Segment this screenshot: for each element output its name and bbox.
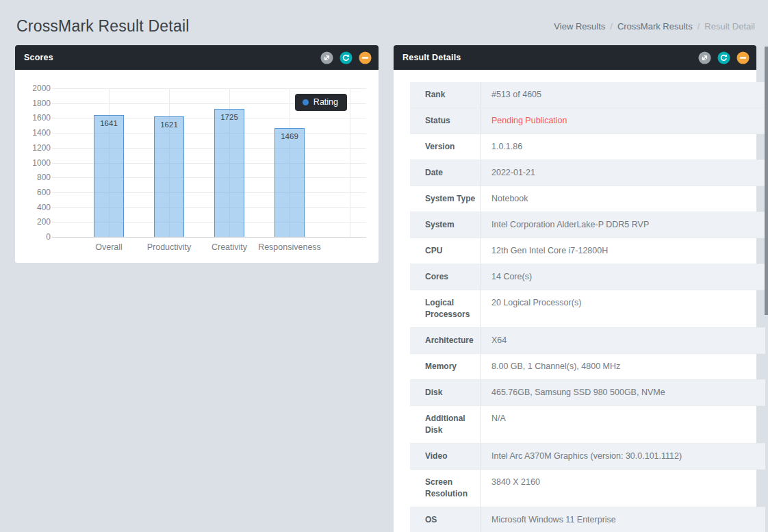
- main-content: Scores: [0, 41, 768, 532]
- table-row: CPU12th Gen Intel Core i7-12800H: [410, 238, 765, 264]
- collapse-icon: [737, 51, 750, 64]
- panel-title: Scores: [24, 53, 53, 62]
- reload-icon: [717, 51, 730, 64]
- table-row: SystemIntel Corporation AlderLake-P DDR5…: [410, 212, 765, 238]
- bar-value-label: 1725: [215, 113, 244, 121]
- table-row: VideoIntel Arc A370M Graphics (version: …: [410, 444, 765, 470]
- expand-icon: [698, 51, 711, 64]
- y-tick-label: 1400: [21, 127, 51, 138]
- table-row: Rank#513 of 4605: [410, 82, 765, 108]
- y-tick-label: 200: [21, 216, 51, 227]
- bar-responsiveness: 1469: [274, 128, 305, 237]
- reload-button[interactable]: [340, 51, 353, 64]
- reload-button[interactable]: [717, 51, 730, 64]
- y-tick-label: 600: [21, 187, 51, 198]
- row-value: N/A: [481, 406, 765, 443]
- result-details-panel: Result Details: [394, 45, 756, 532]
- row-value: 2022-01-21: [481, 160, 765, 186]
- gridline: [52, 88, 366, 89]
- scores-bar-chart: 0200400600800100012001400160018002000 Ra…: [15, 70, 379, 263]
- row-value: 12th Gen Intel Core i7-12800H: [481, 238, 765, 264]
- details-panel-header: Result Details: [394, 45, 756, 70]
- details-panel-body: Rank#513 of 4605StatusPending Publicatio…: [394, 70, 756, 532]
- scores-panel: Scores: [15, 45, 379, 263]
- panel-title: Result Details: [402, 53, 461, 62]
- y-tick-label: 1600: [21, 112, 51, 123]
- row-label: System Type: [410, 186, 481, 212]
- row-value: 14 Core(s): [481, 264, 765, 290]
- scrollbar-thumb[interactable]: [765, 47, 768, 315]
- row-value: #513 of 4605: [481, 82, 765, 107]
- row-label: Cores: [410, 264, 481, 290]
- row-label: Video: [410, 444, 481, 469]
- table-row: StatusPending Publication: [410, 108, 765, 134]
- y-tick-label: 1000: [21, 157, 51, 168]
- row-value: Intel Arc A370M Graphics (version: 30.0.…: [481, 444, 765, 469]
- row-value: 8.00 GB, 1 Channel(s), 4800 MHz: [481, 354, 765, 379]
- table-row: Version1.0.1.86: [410, 134, 765, 160]
- legend-dot: [303, 99, 309, 105]
- row-value: 3840 X 2160: [481, 470, 765, 507]
- breadcrumb-separator: /: [697, 21, 700, 31]
- table-row: ArchitectureX64: [410, 328, 765, 354]
- row-label: System: [410, 212, 481, 238]
- chart-legend: Rating: [295, 94, 347, 111]
- breadcrumb-item[interactable]: View Results: [554, 21, 605, 31]
- page-title: CrossMark Result Detail: [16, 17, 190, 36]
- table-row: Memory8.00 GB, 1 Channel(s), 4800 MHz: [410, 354, 765, 380]
- row-value: 20 Logical Processor(s): [481, 290, 765, 327]
- breadcrumb: View Results/CrossMark Results/Result De…: [554, 21, 755, 31]
- collapse-button[interactable]: [359, 51, 372, 64]
- row-label: Architecture: [410, 328, 481, 353]
- gridline: [52, 237, 366, 238]
- legend-label: Rating: [313, 97, 338, 107]
- row-label: Date: [410, 160, 481, 186]
- panel-tools: [698, 51, 750, 64]
- row-label: Version: [410, 134, 481, 160]
- row-label: Disk: [410, 380, 481, 405]
- row-value: 465.76GB, Samsung SSD 980 500GB, NVMe: [481, 380, 765, 405]
- details-table: Rank#513 of 4605StatusPending Publicatio…: [410, 82, 765, 532]
- reload-icon: [340, 51, 353, 64]
- bar-value-label: 1641: [94, 119, 123, 127]
- expand-button[interactable]: [698, 51, 711, 64]
- page-scrollbar[interactable]: [765, 0, 768, 532]
- row-label: CPU: [410, 238, 481, 264]
- panel-tools: [320, 51, 372, 64]
- x-axis-label: Responsiveness: [245, 242, 334, 252]
- collapse-icon: [359, 51, 372, 64]
- table-row: Date2022-01-21: [410, 160, 765, 186]
- row-label: Additional Disk: [410, 406, 481, 443]
- row-value: Microsoft Windows 11 Enterprise: [481, 507, 765, 532]
- bar-creativity: 1725: [214, 109, 244, 237]
- expand-icon: [320, 51, 333, 64]
- row-value: Notebook: [481, 186, 765, 212]
- breadcrumb-item[interactable]: CrossMark Results: [617, 21, 693, 31]
- table-row: OSMicrosoft Windows 11 Enterprise: [410, 507, 765, 532]
- row-label: Screen Resolution: [410, 470, 481, 507]
- table-row: Screen Resolution3840 X 2160: [410, 470, 765, 507]
- expand-button[interactable]: [320, 51, 333, 64]
- table-row: Additional DiskN/A: [410, 406, 765, 444]
- row-value: X64: [481, 328, 765, 353]
- breadcrumb-separator: /: [610, 21, 613, 31]
- table-row: Cores14 Core(s): [410, 264, 765, 290]
- chart-plot: Rating 1641Overall1621Productivity1725Cr…: [52, 88, 366, 237]
- row-value: Intel Corporation AlderLake-P DDR5 RVP: [481, 212, 765, 238]
- breadcrumb-item: Result Detail: [704, 21, 755, 31]
- y-tick-label: 2000: [21, 83, 51, 94]
- row-label: Memory: [410, 354, 481, 379]
- y-tick-label: 800: [21, 172, 51, 183]
- gridline: [350, 88, 350, 237]
- row-label: OS: [410, 507, 481, 532]
- table-row: System TypeNotebook: [410, 186, 765, 212]
- row-label: Logical Processors: [410, 290, 481, 327]
- y-tick-label: 400: [21, 202, 51, 213]
- y-tick-label: 1800: [21, 98, 51, 109]
- collapse-button[interactable]: [737, 51, 750, 64]
- table-row: Logical Processors20 Logical Processor(s…: [410, 290, 765, 328]
- row-value: 1.0.1.86: [481, 134, 765, 160]
- page-header: CrossMark Result Detail View Results/Cro…: [0, 0, 768, 41]
- table-row: Disk465.76GB, Samsung SSD 980 500GB, NVM…: [410, 380, 765, 406]
- bar-value-label: 1469: [275, 132, 304, 140]
